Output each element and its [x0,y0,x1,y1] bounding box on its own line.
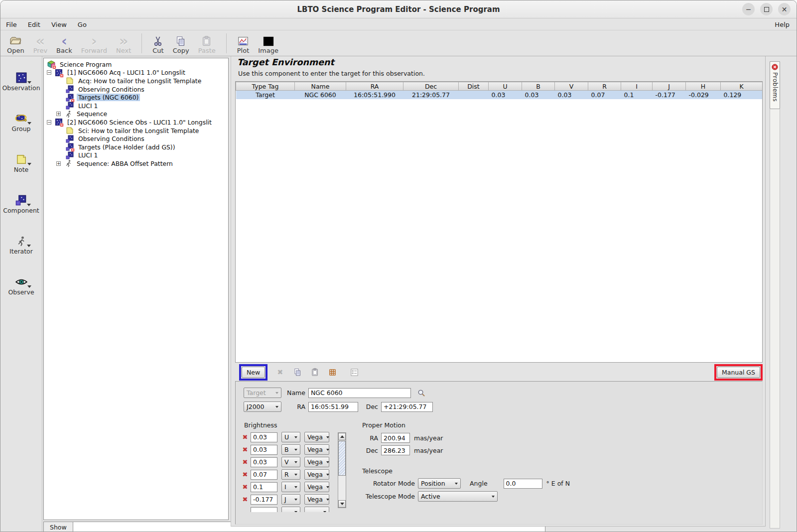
col-j[interactable]: J [653,82,686,91]
col-u[interactable]: U [489,82,522,91]
next-button[interactable]: Next [112,32,135,55]
show-tab[interactable]: Show [43,522,73,532]
delete-icon[interactable] [240,446,251,453]
forward-button[interactable]: Forward [77,32,112,55]
target-type-select[interactable]: Target [244,388,281,398]
maximize-button[interactable] [760,3,773,15]
close-button[interactable]: ✕ [778,3,791,15]
back-button[interactable]: Back [52,32,77,55]
col-dist[interactable]: Dist [459,82,489,91]
col-i[interactable]: I [621,82,653,91]
tree-item-observing-conditions-2[interactable]: Observing Conditions [45,134,227,143]
col-name[interactable]: Name [295,82,346,91]
delete-icon[interactable] [240,458,251,466]
system-select[interactable] [304,507,329,512]
menu-help[interactable]: Help [768,21,797,28]
scrollbar-thumb[interactable] [338,441,346,476]
new-target-button[interactable]: New [242,367,265,378]
group-button[interactable]: Group [11,112,30,133]
observe-button[interactable]: Observe [8,275,34,296]
col-v[interactable]: V [555,82,588,91]
name-input[interactable] [308,388,411,398]
dec-input[interactable] [381,402,433,412]
brightness-value-input[interactable] [251,482,277,492]
menu-file[interactable]: File [0,21,22,28]
tree-item-sequence-abba[interactable]: Sequence: ABBA Offset Pattern [45,159,227,168]
tree-item-targets-placeholder[interactable]: Targets (Place Holder (add GS)) [45,143,227,151]
menu-edit[interactable]: Edit [22,21,46,28]
rotator-mode-select[interactable]: Position [418,478,461,489]
menu-go[interactable]: Go [72,21,92,28]
component-button[interactable]: Component [3,194,39,214]
scroll-up-icon[interactable] [338,433,346,440]
system-select[interactable]: Vega [304,457,329,467]
search-icon[interactable] [417,389,425,397]
iterator-button[interactable]: Iterator [9,235,33,255]
delete-icon[interactable] [240,483,251,491]
band-select[interactable]: U [281,432,300,442]
pm-ra-input[interactable] [381,433,410,443]
col-h[interactable]: H [686,82,721,91]
brightness-value-input[interactable] [251,507,277,513]
expander-collapse-icon[interactable] [47,70,51,75]
telescope-mode-select[interactable]: Active [418,491,498,502]
grid-icon[interactable] [327,367,337,377]
system-select[interactable]: Vega [304,494,329,505]
col-r[interactable]: R [588,82,621,91]
manual-gs-button[interactable]: Manual GS [717,367,760,378]
table-row[interactable]: Target NGC 6060 16:05:51.990 21:29:05.77… [236,91,763,99]
image-button[interactable]: Image [254,32,283,55]
system-select[interactable]: Vega [304,469,329,480]
coord-system-select[interactable]: J2000 [244,401,281,412]
band-select[interactable]: R [281,469,300,480]
delete-icon[interactable] [240,471,251,478]
col-type-tag[interactable]: Type Tag [236,82,295,91]
open-button[interactable]: Open [2,32,29,55]
scroll-down-icon[interactable] [338,500,346,508]
expander-collapse-icon[interactable] [47,120,51,125]
expander-expand-icon[interactable] [56,161,61,166]
copy-button[interactable]: Copy [168,32,194,55]
brightness-value-input[interactable] [251,432,277,442]
tree-item-obs-2[interactable]: [2] NGC6060 Science Obs - LUCI1 1.0" Lon… [45,118,227,127]
system-select[interactable]: Vega [304,432,329,442]
cut-button[interactable]: Cut [148,32,168,55]
system-select[interactable]: Vega [304,482,329,492]
tab-problems[interactable]: Problems [770,61,780,109]
plot-button[interactable]: Plot [233,32,254,55]
observation-button[interactable]: Observation [2,71,40,92]
expander-expand-icon[interactable] [56,112,61,116]
tree-item-acq-note[interactable]: Acq: How to tailor the Longslit Template [45,77,227,85]
band-select[interactable] [281,507,300,512]
band-select[interactable]: V [281,457,300,467]
brightness-scrollbar[interactable] [338,432,346,508]
tree-item-obs-1[interactable]: [1] NGC6060 Acq - LUCI1 1.0" Longslit [45,69,227,77]
tree-item-sci-note[interactable]: Sci: How to tailor the Longslit Template [45,127,227,135]
brightness-value-input[interactable] [251,495,277,505]
list-icon[interactable] [349,367,359,377]
minimize-button[interactable]: ─ [742,3,755,15]
menu-view[interactable]: View [46,21,72,28]
brightness-value-input[interactable] [251,457,277,467]
paste-button[interactable]: Paste [194,32,220,55]
brightness-value-input[interactable] [251,445,277,455]
col-b[interactable]: B [522,82,555,91]
paste-icon[interactable] [310,367,320,377]
col-ra[interactable]: RA [346,82,403,91]
angle-input[interactable] [504,479,542,489]
tree-item-observing-conditions-1[interactable]: Observing Conditions [45,85,227,94]
tree-item-luci1-2[interactable]: LUCI 1 [45,151,227,160]
copy-icon[interactable] [292,367,302,377]
prev-button[interactable]: Prev [29,32,52,55]
delete-icon[interactable] [275,367,285,377]
tree-item-science-program[interactable]: Science Program [45,60,227,69]
note-button[interactable]: Note [14,153,29,173]
tree-item-luci1-1[interactable]: LUCI 1 [45,102,227,110]
col-dec[interactable]: Dec [403,82,459,91]
brightness-value-input[interactable] [251,470,277,480]
pm-dec-input[interactable] [381,445,410,455]
band-select[interactable]: J [281,494,300,505]
ra-input[interactable] [308,402,358,412]
tree-item-targets-ngc6060[interactable]: Targets (NGC 6060) [45,93,227,102]
band-select[interactable]: I [281,482,300,492]
